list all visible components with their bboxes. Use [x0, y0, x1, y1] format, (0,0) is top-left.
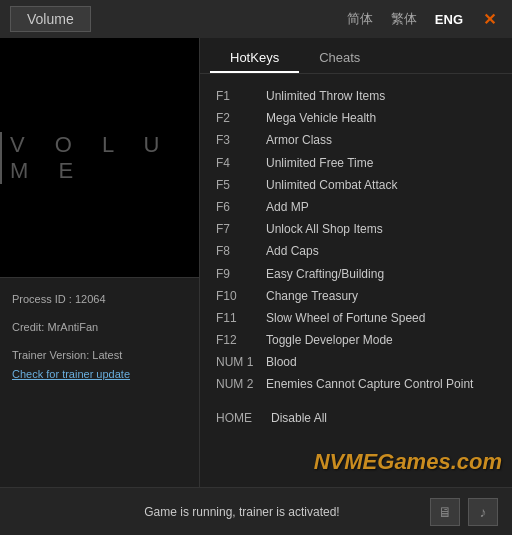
- update-link[interactable]: Check for trainer update: [12, 368, 130, 380]
- credit-value: MrAntiFan: [47, 321, 98, 333]
- lang-eng-button[interactable]: ENG: [431, 10, 467, 29]
- hotkey-f4: F4 Unlimited Free Time: [216, 154, 496, 173]
- status-message: Game is running, trainer is activated!: [54, 505, 430, 519]
- tab-cheats[interactable]: Cheats: [299, 44, 380, 73]
- hotkey-f12: F12 Toggle Developer Mode: [216, 331, 496, 350]
- left-panel: V O L U M E Process ID : 12064 Credit: M…: [0, 38, 200, 535]
- hotkey-num2: NUM 2 Enemies Cannot Capture Control Poi…: [216, 375, 496, 394]
- tab-hotkeys[interactable]: HotKeys: [210, 44, 299, 73]
- lang-tc-button[interactable]: 繁体: [387, 8, 421, 30]
- hotkey-f11: F11 Slow Wheel of Fortune Speed: [216, 309, 496, 328]
- hotkeys-content: F1 Unlimited Throw Items F2 Mega Vehicle…: [200, 74, 512, 535]
- hotkey-f8: F8 Add Caps: [216, 242, 496, 261]
- title-bar: Volume 简体 繁体 ENG ✕: [0, 0, 512, 38]
- hotkey-f5: F5 Unlimited Combat Attack: [216, 176, 496, 195]
- title-bar-right: 简体 繁体 ENG ✕: [343, 8, 502, 31]
- hotkey-f10: F10 Change Treasury: [216, 287, 496, 306]
- game-image: V O L U M E: [0, 38, 199, 278]
- credit-label: Credit: MrAntiFan: [12, 318, 187, 338]
- hotkey-f7: F7 Unlock All Shop Items: [216, 220, 496, 239]
- gap: [216, 398, 496, 406]
- title-bar-left: Volume: [10, 6, 91, 32]
- hotkey-home: HOME Disable All: [216, 409, 496, 428]
- monitor-icon[interactable]: 🖥: [430, 498, 460, 526]
- hotkey-num1: NUM 1 Blood: [216, 353, 496, 372]
- trainer-version: Trainer Version: Latest: [12, 346, 187, 366]
- process-info: Process ID : 12064 Credit: MrAntiFan Tra…: [0, 278, 199, 385]
- hotkey-f1: F1 Unlimited Throw Items: [216, 87, 496, 106]
- music-icon[interactable]: ♪: [468, 498, 498, 526]
- hotkey-f9: F9 Easy Crafting/Building: [216, 265, 496, 284]
- credit-key: Credit:: [12, 321, 44, 333]
- close-button[interactable]: ✕: [477, 8, 502, 31]
- hotkey-f6: F6 Add MP: [216, 198, 496, 217]
- lang-sc-button[interactable]: 简体: [343, 8, 377, 30]
- hotkey-f3: F3 Armor Class: [216, 131, 496, 150]
- main-area: V O L U M E Process ID : 12064 Credit: M…: [0, 38, 512, 535]
- status-bar: Game is running, trainer is activated! 🖥…: [0, 487, 512, 535]
- hotkey-f2: F2 Mega Vehicle Health: [216, 109, 496, 128]
- status-icons: 🖥 ♪: [430, 498, 498, 526]
- process-id: Process ID : 12064: [12, 290, 187, 310]
- game-logo: V O L U M E: [0, 132, 199, 184]
- window-title: Volume: [10, 6, 91, 32]
- tabs: HotKeys Cheats: [200, 38, 512, 74]
- right-panel: HotKeys Cheats F1 Unlimited Throw Items …: [200, 38, 512, 535]
